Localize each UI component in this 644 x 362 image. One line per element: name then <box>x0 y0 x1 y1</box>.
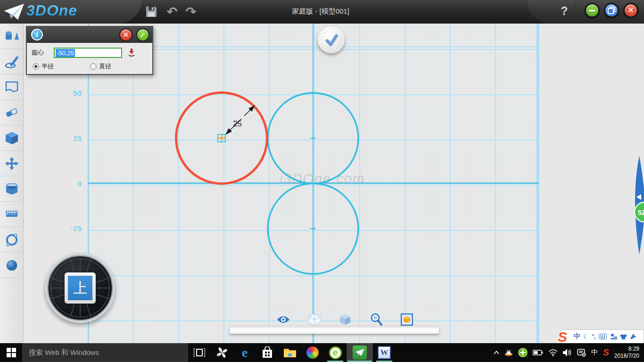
wireframe-cube-icon <box>308 313 321 326</box>
minimize-icon <box>589 10 595 11</box>
ime-punctuation-icon[interactable]: °, <box>592 333 596 340</box>
sidebar-item-feature-cube[interactable] <box>0 125 24 151</box>
word-icon: W <box>378 346 391 359</box>
info-icon: i <box>31 29 43 41</box>
ime-keyboard-icon[interactable] <box>599 334 607 339</box>
app-logo-text: 3DOne <box>26 2 77 19</box>
measure-slab-icon <box>4 207 19 222</box>
sidebar-item-revolve-ring[interactable] <box>0 227 24 253</box>
solid-primitives-icon <box>4 29 19 43</box>
ime-account-icon[interactable]: 11 <box>610 333 617 340</box>
radius-radio-label: 半径 <box>41 62 54 71</box>
folder-icon <box>283 347 297 358</box>
fit-view-icon <box>401 313 413 326</box>
tray-qq-icon[interactable] <box>504 348 513 357</box>
undo-button[interactable]: ↶ <box>165 5 179 19</box>
confirm-check-button[interactable] <box>318 26 345 53</box>
pinwheel-icon <box>216 346 228 359</box>
tray-battery-icon[interactable] <box>533 350 543 355</box>
center-label: 圆心 <box>32 49 54 57</box>
sidebar-item-material-sphere[interactable] <box>0 253 24 278</box>
diameter-radio-label: 直径 <box>99 62 111 71</box>
window-title: 家庭版 - [模型001] <box>189 7 453 16</box>
search-placeholder: 搜索 Web 和 Windows <box>29 348 99 357</box>
dialog-header[interactable]: i ✕ ✓ <box>27 27 152 43</box>
eye-icon <box>277 315 290 324</box>
dialog-center-row: 圆心 -50,25 <box>32 48 152 58</box>
dialog-ok-button[interactable]: ✓ <box>136 28 149 41</box>
ime-fullhalf-icon[interactable]: ☾ <box>583 333 589 340</box>
ime-mode-button[interactable]: 中 <box>574 332 580 341</box>
taskbar-word-app[interactable]: W <box>373 343 396 362</box>
tray-360-safe-icon[interactable] <box>518 348 528 357</box>
sketch-pen-icon <box>4 55 19 69</box>
combine-cube-icon <box>4 182 19 196</box>
ime-skin-icon[interactable] <box>620 334 627 340</box>
zoom-button[interactable] <box>369 313 383 327</box>
save-button[interactable] <box>144 5 158 19</box>
taskbar-search-box[interactable]: 搜索 Web 和 Windows <box>22 343 188 362</box>
tray-volume-icon[interactable] <box>563 349 572 356</box>
sidebar-item-move[interactable] <box>0 151 24 176</box>
dialog-cancel-button[interactable]: ✕ <box>119 28 132 41</box>
close-button[interactable]: ✕ <box>623 3 638 18</box>
taskbar-store-app[interactable] <box>256 343 279 362</box>
ime-settings-wrench-icon[interactable] <box>630 333 636 340</box>
sidebar-item-sketch-draw[interactable] <box>0 49 24 74</box>
restore-button[interactable] <box>604 3 619 18</box>
taskbar-explorer-app[interactable] <box>279 343 301 362</box>
task-view-icon <box>194 348 205 357</box>
tray-chevron-up[interactable] <box>494 351 499 354</box>
sphere-icon <box>4 258 19 272</box>
tray-sogou-icon[interactable]: S <box>603 347 609 358</box>
taskbar-pinwheel-app[interactable] <box>211 343 233 362</box>
paper-plane-logo-icon <box>4 3 25 21</box>
help-button[interactable]: ? <box>557 4 571 18</box>
diameter-radio[interactable] <box>90 63 97 70</box>
surface-sheet-icon <box>4 80 19 94</box>
eraser-icon <box>4 106 19 120</box>
edge-icon: e <box>242 345 248 360</box>
restore-icon <box>608 7 615 14</box>
shaded-view-button[interactable] <box>338 313 352 327</box>
circle-center-tick-1 <box>310 135 316 141</box>
close-icon: ✕ <box>627 7 634 14</box>
threedone-tile-icon <box>353 346 367 360</box>
clock-time: 8:29 <box>614 346 639 353</box>
community-widget[interactable]: 52 <box>629 141 644 270</box>
tray-action-center-icon[interactable] <box>577 349 586 357</box>
taskbar-3done-app[interactable] <box>347 343 373 362</box>
minimize-button[interactable] <box>585 3 600 18</box>
wireframe-view-button[interactable] <box>307 313 322 327</box>
sogou-logo-icon[interactable]: S <box>558 329 567 345</box>
tray-wifi-icon[interactable] <box>548 349 558 356</box>
system-tray: 中 S 8:29 2016/7/20 <box>494 346 644 360</box>
sidebar-item-solid-primitives[interactable] <box>0 24 24 49</box>
check-icon <box>323 32 340 49</box>
pick-point-icon[interactable] <box>128 49 135 57</box>
view-cube[interactable]: 上 <box>45 253 115 323</box>
taskbar-green-e-app[interactable]: e <box>324 343 347 362</box>
radius-radio[interactable] <box>33 63 39 70</box>
cube-icon <box>4 131 19 145</box>
task-view-button[interactable] <box>188 343 211 362</box>
sidebar-item-eraser[interactable] <box>0 100 24 125</box>
dialog-mode-row: 半径 直径 <box>33 62 152 71</box>
sidebar-item-combine-edit[interactable] <box>0 176 24 202</box>
center-input-value: -50,25 <box>56 49 75 57</box>
drawing-canvas[interactable]: 50 25 0 -25 i3DOne.com 25 i <box>24 24 644 343</box>
circle-parameter-dialog: i ✕ ✓ 圆心 -50,25 半径 直径 <box>26 26 153 75</box>
visibility-eye-button[interactable] <box>276 313 290 327</box>
ime-toolbar: S 中 ☾ °, 11 <box>561 329 644 344</box>
tray-ime-mode[interactable]: 中 <box>591 348 598 357</box>
sidebar-item-sketch-surface[interactable] <box>0 74 24 100</box>
center-input[interactable]: -50,25 <box>54 48 122 58</box>
zoom-fit-button[interactable] <box>400 313 414 327</box>
app-window: 3DOne ↶ ↷ 家庭版 - [模型001] ? ✕ <box>0 0 644 362</box>
taskbar-clock[interactable]: 8:29 2016/7/20 <box>614 346 639 360</box>
taskbar-edge-app[interactable]: e <box>233 343 256 362</box>
view-cube-top-face[interactable]: 上 <box>68 276 92 300</box>
start-button[interactable] <box>0 343 22 362</box>
sidebar-item-measure-slab[interactable] <box>0 202 24 227</box>
taskbar-360-browser-app[interactable] <box>301 343 324 362</box>
